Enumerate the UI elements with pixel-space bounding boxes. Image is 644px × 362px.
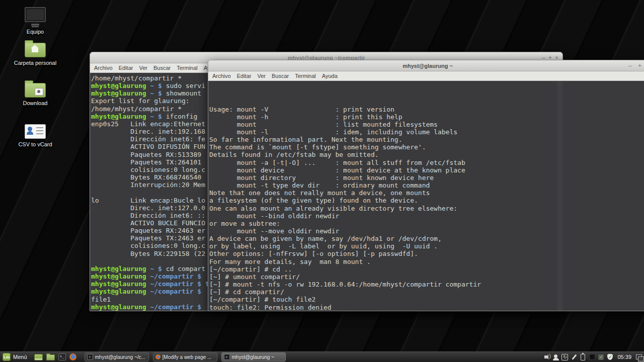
menu-terminal[interactable]: Terminal [174,65,201,71]
terminal-line: mount -a [-t|-O] ... : mount all stuff f… [209,159,644,166]
firewall-shield-icon[interactable]: ✓ [607,354,613,360]
terminal-line: One can also mount an already visible di… [209,205,644,212]
terminal-icon[interactable]: >_ [58,353,66,360]
desktop-icon-label: Equipo [27,29,44,35]
scrollbar[interactable] [557,81,562,311]
terminal-line: [~] # cd compartir/ [209,288,644,296]
files-folder-icon[interactable] [46,354,55,360]
terminal-line: mount device : mount device at the known… [209,166,644,174]
desktop-icon-csv-to-vcard[interactable]: CSV to vCard [0,121,70,147]
battery-icon[interactable] [580,354,586,360]
taskbar-window-terminal-home[interactable]: > mhyst@glaurung ~ [221,352,286,361]
menu-archivo[interactable]: Archivo [209,73,234,79]
menu-terminal[interactable]: Terminal [292,73,319,79]
tablet-pen-icon[interactable] [571,354,577,360]
home-folder-icon [25,43,46,57]
terminal-line: [~] # umount compartir/ [209,273,644,281]
menu-button-label: Menú [13,354,27,360]
terminal-line: The command is `mount [-t fstype] someth… [209,143,644,151]
terminal-line: or move a subtree: [209,220,644,227]
taskbar: Lm Menú >_ > mhyst@glaurung ~/c... [Modi… [0,351,644,362]
terminal-line: mount -l : idem, including volume labels [209,128,644,136]
quick-launchers: >_ [34,353,76,360]
terminal-line: mount -h : print this help [209,113,644,121]
menu-editar[interactable]: Editar [234,73,255,79]
menu-archivo[interactable]: Archivo [91,65,116,71]
terminal-line: Note that one does not really mount a de… [209,189,644,197]
computer-icon [25,7,46,26]
user-icon[interactable] [552,354,559,360]
menubar: Archivo Editar Ver Buscar Terminal Ayuda [208,71,644,81]
system-tray: ↻ ✓ ✓ 05:39 [543,354,644,360]
download-folder-icon [25,83,46,98]
terminal-line: So far the informational part. Next the … [209,136,644,143]
terminal-line: mount -t type dev dir : ordinary mount c… [209,182,644,189]
menu-editar[interactable]: Editar [116,65,136,71]
minimize-button[interactable]: – [625,62,635,69]
terminal-icon: > [224,354,230,360]
sync-icon[interactable]: ✓ [598,354,604,360]
terminal-line: For many more details, say man 8 mount . [209,258,644,265]
terminal-line: Details found in /etc/fstab may be omitt… [209,151,644,158]
desktop-icon-equipo[interactable]: Equipo [0,7,70,35]
terminal-line: mount : list mounted filesystems [209,121,644,128]
terminal-line: [~/compartir] # touch file2 [209,296,644,303]
maximize-button[interactable]: + [635,62,644,69]
terminal-icon: > [87,354,93,360]
terminal-line: mount --move olddir newdir [209,227,644,235]
firefox-icon[interactable] [69,353,76,360]
terminal-output[interactable]: Usage: mount -V : print version mount -h… [208,81,644,311]
terminal-line: a filesystem (of the given type) found o… [209,197,644,204]
terminal-window-home: mhyst@glaurung ~ – + × Archivo Editar Ve… [208,60,644,311]
terminal-line: Other options: [-nfFrsvw] [-o options] [… [209,250,644,257]
desktop-icon-download[interactable]: Download [0,79,70,106]
desktop-icon-label: Download [23,100,48,106]
menu-buscar[interactable]: Buscar [269,73,292,79]
update-manager-icon[interactable]: ↻ [561,354,568,360]
window-title: mhyst@glaurung ~ [403,63,453,69]
terminal-line: [~] # mount -t nfs -o rw 192.168.0.64:/h… [209,281,644,288]
desktop-icon-carpeta-personal[interactable]: Carpeta personal [0,39,70,66]
taskbar-window-terminal-compartir[interactable]: > mhyst@glaurung ~/c... [85,352,149,361]
terminal-line: mount directory : mount known device her… [209,174,644,182]
menu-ayuda[interactable]: Ayuda [319,73,341,79]
mint-menu-button[interactable]: Lm Menú [0,352,31,362]
menu-buscar[interactable]: Buscar [150,65,174,71]
terminal-line: mount --bind olddir newdir [209,212,644,220]
desktop-icon-label: Carpeta personal [14,60,56,66]
desktop: Equipo Carpeta personal Download CSV to … [0,0,644,362]
menu-ver[interactable]: Ver [254,73,269,79]
firefox-icon [155,354,160,359]
terminal-line: or by label, using -L label or by uuid, … [209,242,644,250]
menu-ver[interactable]: Ver [136,65,150,71]
terminal-line: Usage: mount -V : print version [209,106,644,113]
vcard-icon [25,124,46,139]
terminal-line: touch: file2: Permission denied [209,304,644,311]
taskbar-window-firefox[interactable]: [Modify a web page ... [153,352,217,361]
terminal-line: [~/compartir] # cd .. [209,265,644,273]
clock[interactable]: 05:39 [617,354,631,360]
workspace-switcher-icon[interactable] [635,354,642,360]
screenshot-icon[interactable] [589,354,595,360]
mint-logo-icon: Lm [3,353,11,361]
volume-icon[interactable] [543,354,550,360]
desktop-icon-label: CSV to vCard [18,141,52,147]
titlebar[interactable]: mhyst@glaurung ~ – + × [208,60,644,71]
show-desktop-icon[interactable] [34,354,43,360]
window-list: > mhyst@glaurung ~/c... [Modify a web pa… [85,352,286,361]
terminal-line: A device can be given by name, say /dev/… [209,235,644,242]
